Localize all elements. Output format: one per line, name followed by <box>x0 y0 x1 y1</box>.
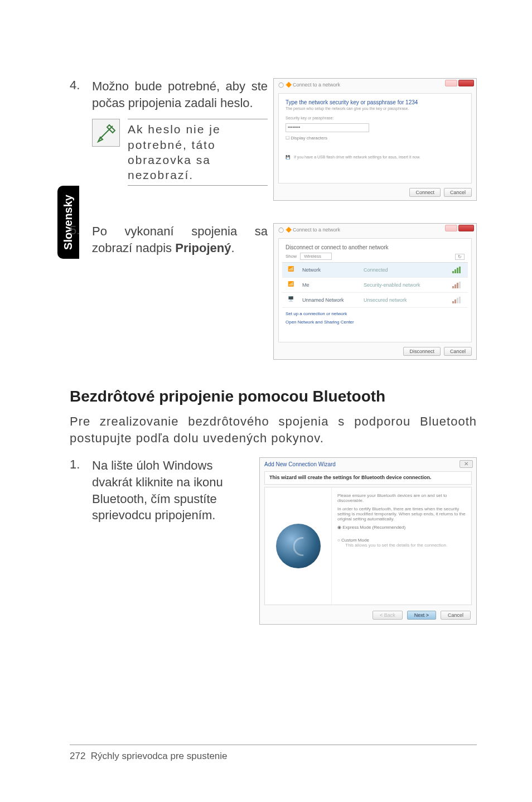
step5-text-bold: Pripojený <box>175 241 231 255</box>
step-5-row: 5. Po vykonaní spojenia sa zobrazí nadpi… <box>70 223 268 256</box>
pc-icon: 🖥️ <box>288 296 297 304</box>
network-row[interactable]: 📶 Me Security-enabled network <box>282 278 468 293</box>
dialog4-label: Security key or passphrase: <box>286 116 465 120</box>
wizard-description: This wizard will create the settings for… <box>264 471 472 485</box>
signal-bars-icon <box>452 282 462 288</box>
wizard-text-panel: Please ensure your Bluetooth devices are… <box>332 487 471 605</box>
network-name: Network <box>302 267 364 273</box>
step-5-number: 5. <box>70 223 92 238</box>
network-row[interactable]: 🖥️ Unnamed Network Unsecured network <box>282 293 468 308</box>
custom-mode-radio[interactable]: ○ Custom Mode <box>337 538 466 543</box>
wizard-body: Please ensure your Bluetooth devices are… <box>264 487 472 605</box>
dialog4-heading: Type the network security key or passphr… <box>286 99 465 105</box>
usb-icon: 💾 <box>286 155 291 160</box>
step-5-text: Po vykonaní spojenia sa zobrazí nadpis P… <box>92 223 268 256</box>
network-name: Me <box>302 282 364 288</box>
network-row[interactable]: 📶 Network Connected <box>282 263 468 278</box>
network-status: Connected <box>364 267 452 273</box>
network-status: Security-enabled network <box>364 282 452 288</box>
display-characters-checkbox[interactable]: ☐ Display characters <box>286 136 465 141</box>
cancel-button[interactable]: Cancel <box>444 347 472 356</box>
dialog4-sub: The person who setup the network can giv… <box>286 107 465 110</box>
dialog5-body: Disconnect or connect to another network… <box>278 238 472 342</box>
dialog5-title: ◯ 🔶 Connect to a network <box>278 227 472 237</box>
network-key-dialog: ◯ 🔶 Connect to a network Type the networ… <box>273 78 477 201</box>
signal-bars-icon <box>452 297 462 303</box>
cancel-button[interactable]: Cancel <box>444 188 472 197</box>
wizard-line2: In order to certify Bluetooth, there are… <box>337 506 466 521</box>
express-mode-radio[interactable]: ◉ Express Mode (Recommended) <box>337 525 466 530</box>
next-button[interactable]: Next > <box>407 611 436 620</box>
bluetooth-wizard-dialog: Add New Connection Wizard ✕ This wizard … <box>259 457 477 625</box>
step-4-row: 4. Možno bude potrebné, aby ste počas pr… <box>70 78 268 111</box>
dialog4-hint: If you have a USB flash drive with netwo… <box>294 155 420 160</box>
network-status: Unsecured network <box>364 297 452 303</box>
back-button: < Back <box>373 611 403 620</box>
bt-step-1-text: Na lište úloh Windows dvakrát kliknite n… <box>92 457 254 524</box>
bluetooth-globe-icon <box>276 524 321 568</box>
display-characters-label: Display characters <box>291 136 327 141</box>
wizard-line1: Please ensure your Bluetooth devices are… <box>337 493 466 503</box>
bt-step-1-row: 1. Na lište úloh Windows dvakrát kliknit… <box>70 457 254 524</box>
page-body: 4. Možno bude potrebné, aby ste počas pr… <box>70 78 477 625</box>
step-4-text: Možno bude potrebné, aby ste počas pripo… <box>92 78 268 111</box>
setup-connection-link[interactable]: Set up a connection or network <box>286 311 465 316</box>
bt-step-1-number: 1. <box>70 457 92 472</box>
step-4-number: 4. <box>70 78 92 93</box>
wizard-image-panel <box>265 487 332 605</box>
cancel-button[interactable]: Cancel <box>441 611 471 620</box>
wizard-close-icon[interactable]: ✕ <box>460 460 473 468</box>
dialog4-body: Type the network security key or passphr… <box>278 93 472 183</box>
dialog4-title-text: Connect to a network <box>293 82 340 88</box>
note-icon <box>92 119 120 147</box>
step-5-section: 5. Po vykonaní spojenia sa zobrazí nadpi… <box>70 223 477 360</box>
bt-step-1-section: 1. Na lište úloh Windows dvakrát kliknit… <box>70 457 477 625</box>
show-dropdown[interactable]: Wireless <box>300 253 332 260</box>
custom-mode-label: Custom Mode <box>341 538 369 543</box>
dialog5-heading: Disconnect or connect to another network <box>286 244 465 250</box>
connect-button[interactable]: Connect <box>409 188 441 197</box>
dialog4-title: ◯ 🔶 Connect to a network <box>278 82 472 92</box>
custom-mode-sub: This allows you to set the details for t… <box>345 543 466 548</box>
step-4-note-text: Ak heslo nie je potrebné, táto obrazovka… <box>128 119 268 185</box>
show-label: Show <box>286 254 297 259</box>
wizard-title: Add New Connection Wizard <box>264 461 454 467</box>
security-key-input[interactable]: •••••••• <box>286 123 369 132</box>
dialog5-title-text: Connect to a network <box>293 227 340 233</box>
section-heading-bluetooth: Bezdrôtové pripojenie pomocou Bluetooth <box>70 388 477 405</box>
page-footer: 272 Rýchly sprievodca pre spustenie <box>70 745 477 762</box>
step-4-section: 4. Možno bude potrebné, aby ste počas pr… <box>70 78 477 201</box>
footer-title: Rýchly sprievodca pre spustenie <box>91 751 228 761</box>
express-mode-label: Express Mode (Recommended) <box>342 525 405 530</box>
wifi-icon: 📶 <box>288 266 297 274</box>
step-4-note: Ak heslo nie je potrebné, táto obrazovka… <box>92 119 268 185</box>
section-para-bluetooth: Pre zrealizovanie bezdrôtového spojenia … <box>70 413 477 446</box>
signal-bars-icon <box>452 267 462 273</box>
open-network-center-link[interactable]: Open Network and Sharing Center <box>286 320 465 325</box>
refresh-button[interactable]: ↻ <box>455 254 465 260</box>
disconnect-button[interactable]: Disconnect <box>403 347 441 356</box>
step5-text-c: . <box>231 241 234 255</box>
network-list-dialog: ◯ 🔶 Connect to a network Disconnect or c… <box>273 223 477 360</box>
wifi-icon: 📶 <box>288 281 297 289</box>
network-name: Unnamed Network <box>302 297 364 303</box>
page-number: 272 <box>70 751 85 761</box>
